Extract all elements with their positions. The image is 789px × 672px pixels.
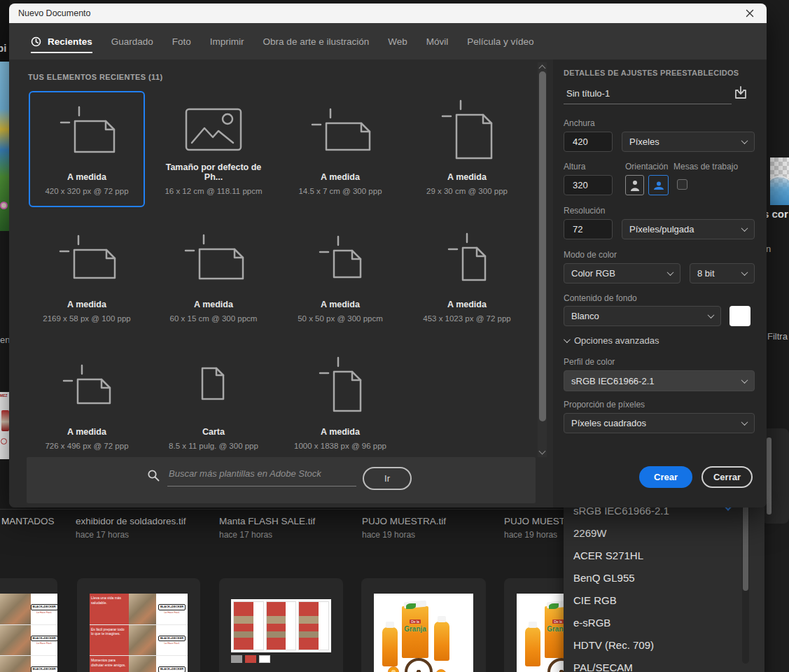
juice-brand: Granja — [400, 626, 430, 633]
chevron-down-icon[interactable] — [539, 448, 546, 455]
file-thumbnail-card[interactable]: BLACK+DECKER Lo Hace Fácil. BLACK+DECKER… — [0, 578, 57, 672]
filter-label-fragment: Filtra — [767, 331, 788, 342]
width-unit-select[interactable]: Píxeles — [622, 132, 755, 152]
scrollbar-track[interactable] — [742, 503, 749, 664]
juice-bottle-graphic — [382, 627, 398, 666]
tab-label: Guardado — [111, 36, 153, 47]
tab-label: Móvil — [426, 36, 449, 47]
background-contents-value: Blanco — [571, 311, 599, 321]
width-unit-value: Píxeles — [629, 136, 659, 147]
width-input[interactable] — [564, 132, 612, 151]
scrollbar-thumb[interactable] — [743, 505, 748, 591]
menu-item[interactable]: ACER S271HL — [564, 545, 764, 567]
file-thumbnail-card[interactable]: De la Granja — [361, 578, 486, 672]
tab-obra-de-arte[interactable]: Obra de arte e ilustración — [263, 23, 370, 59]
custom-doc-icon — [284, 220, 397, 294]
artboards-checkbox[interactable] — [677, 179, 687, 190]
tab-recientes[interactable]: Recientes — [31, 23, 92, 59]
menu-item[interactable]: BenQ GL955 — [564, 567, 764, 589]
advanced-options-toggle[interactable]: Opciones avanzadas — [564, 335, 659, 346]
preset-tile[interactable]: A medida 60 x 15 cm @ 300 ppcm — [155, 218, 272, 335]
preset-tile[interactable]: Tamaño por defecto de Ph... 16 x 12 cm @… — [155, 91, 272, 207]
file-item[interactable]: MANTADOS — [1, 516, 55, 530]
orientation-landscape-button[interactable] — [648, 175, 669, 195]
photo-icon — [157, 92, 270, 167]
stock-search-input[interactable] — [167, 468, 356, 479]
leaf-graphic — [549, 603, 559, 609]
create-button[interactable]: Crear — [639, 466, 692, 488]
resolution-input[interactable] — [564, 220, 612, 239]
close-icon[interactable] — [742, 6, 757, 21]
scrollbar-thumb[interactable] — [767, 438, 771, 514]
color-mode-value: Color RGB — [571, 268, 615, 279]
brand-tagline: Lo Hace Fácil. — [36, 642, 52, 645]
file-item[interactable]: Manta FLASH SALE.tif hace 17 horas — [219, 516, 315, 540]
preset-tile[interactable]: A medida 2169 x 58 px @ 100 ppp — [29, 218, 145, 335]
pixel-ratio-select[interactable]: Píxeles cuadrados — [564, 413, 755, 433]
color-mode-select[interactable]: Color RGB — [564, 263, 680, 284]
document-name-input[interactable] — [564, 83, 732, 104]
preset-name: A medida — [284, 172, 397, 182]
preset-tile[interactable]: Carta 8.5 x 11 pulg. @ 300 ppp — [155, 346, 272, 462]
preset-tile[interactable]: A medida 29 x 30 cm @ 300 ppp — [409, 91, 525, 207]
leaf-graphic — [406, 603, 416, 609]
close-button[interactable]: Cerrar — [701, 466, 753, 488]
menu-item[interactable]: e-sRGB — [564, 612, 764, 634]
save-preset-icon[interactable] — [732, 85, 749, 104]
chevron-down-icon — [741, 269, 748, 276]
preset-dims: 16 x 12 cm @ 118.11 ppcm — [157, 187, 270, 195]
preset-tile[interactable]: A medida 726 x 496 px @ 72 ppp — [29, 346, 145, 462]
background-contents-select[interactable]: Blanco — [564, 306, 721, 326]
person-graphic — [1, 410, 9, 431]
menu-item[interactable]: CIE RGB — [564, 589, 764, 612]
preset-tile[interactable]: A medida 453 x 1023 px @ 72 ppp — [409, 218, 525, 335]
custom-doc-icon — [410, 220, 524, 294]
preset-tile[interactable]: A medida 420 x 320 px @ 72 ppp — [29, 91, 145, 207]
tab-imprimir[interactable]: Imprimir — [210, 23, 244, 59]
brand-logo: BLACK+DECKER — [31, 604, 57, 610]
background-thumbnail-left[interactable]: MEZ — [0, 392, 10, 459]
juice-label-top: De la — [410, 620, 421, 624]
file-item[interactable]: exhibidor de soldadores.tif hace 17 hora… — [76, 516, 186, 540]
tab-foto[interactable]: Foto — [172, 23, 191, 59]
menu-item[interactable]: HDTV (Rec. 709) — [564, 634, 764, 657]
tab-label: Web — [388, 36, 407, 47]
search-go-button[interactable]: Ir — [363, 467, 412, 490]
photo-graphic — [129, 625, 156, 656]
preset-name: Tamaño por defecto de Ph... — [157, 162, 270, 182]
orientation-portrait-button[interactable] — [625, 175, 644, 195]
recents-heading: TUS ELEMENTOS RECIENTES (11) — [28, 73, 163, 81]
bit-depth-select[interactable]: 8 bit — [690, 263, 755, 284]
file-item[interactable]: PUJO MUESTRA.tif hace 19 horas — [362, 516, 446, 540]
clock-icon — [31, 36, 41, 47]
preset-dims: 50 x 50 px @ 300 ppcm — [284, 314, 397, 323]
tab-web[interactable]: Web — [388, 23, 407, 59]
new-document-dialog: Nuevo Documento Recientes Guardado Foto … — [9, 4, 767, 507]
landscape-orientation-icon — [652, 181, 665, 190]
chevron-up-icon[interactable] — [539, 65, 546, 72]
tab-movil[interactable]: Móvil — [426, 23, 449, 59]
preset-tile[interactable]: A medida 14.5 x 7 cm @ 300 ppp — [282, 91, 398, 207]
chevron-down-icon — [564, 336, 571, 343]
tab-pelicula-video[interactable]: Película y vídeo — [467, 23, 533, 59]
file-thumbnail-card[interactable] — [219, 578, 343, 672]
color-profile-label: Perfil de color — [564, 357, 615, 367]
menu-item[interactable]: 2269W — [564, 522, 764, 545]
scrollbar-thumb[interactable] — [539, 71, 546, 421]
file-thumbnail-card[interactable]: Lleva una vida más saludable. BLACK+DECK… — [77, 578, 200, 672]
dialog-tabbar: Recientes Guardado Foto Imprimir Obra de… — [9, 23, 767, 59]
height-input[interactable] — [564, 176, 612, 195]
menu-item[interactable]: PAL/SECAM — [564, 657, 764, 672]
grid-scrollbar[interactable] — [538, 62, 547, 457]
custom-doc-icon — [284, 347, 397, 421]
resolution-unit-select[interactable]: Píxeles/pulgada — [622, 219, 755, 239]
chevron-down-icon — [741, 377, 748, 384]
preset-tile[interactable]: A medida 1000 x 1838 px @ 96 ppp — [282, 346, 398, 462]
background-color-swatch[interactable] — [729, 306, 750, 326]
color-profile-select[interactable]: sRGB IEC61966-2.1 — [564, 370, 755, 391]
juice-bottle-graphic — [434, 622, 449, 661]
preset-tile[interactable]: A medida 50 x 50 px @ 300 ppcm — [282, 218, 398, 335]
document-icon — [157, 347, 270, 421]
file-name: PUJO MUESTRA.tif — [362, 516, 446, 526]
tab-guardado[interactable]: Guardado — [111, 23, 153, 59]
